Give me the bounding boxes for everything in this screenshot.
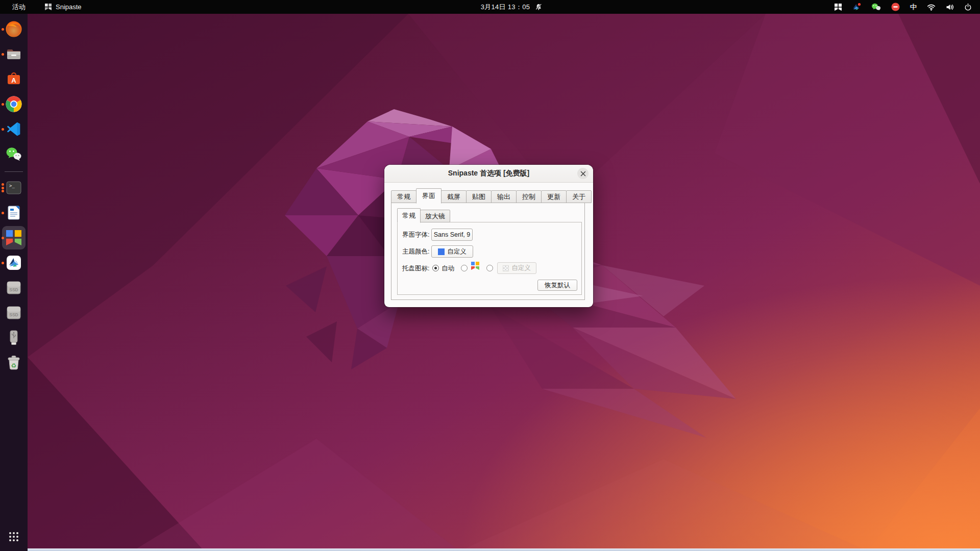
tab-update[interactable]: 更新	[541, 190, 567, 203]
dock-item-libreoffice-writer[interactable]	[0, 204, 28, 221]
files-icon	[5, 45, 22, 63]
chrome-icon	[5, 95, 22, 113]
interface-font-label: 界面字体:	[402, 230, 429, 239]
tray-icon-custom-radio[interactable]	[486, 265, 493, 271]
clock-label: 3月14日 13：05	[481, 3, 530, 12]
ssd-drive-icon: SSD	[5, 279, 22, 296]
transparent-swatch	[503, 265, 509, 271]
snipaste-tray-icon[interactable]	[835, 4, 842, 11]
dialog-tab-bar: 常规 界面 截屏 贴图 输出 控制 更新 关于	[391, 188, 592, 203]
tab-control[interactable]: 控制	[516, 190, 542, 203]
interface-font-value: Sans Serif, 9	[434, 231, 471, 238]
usb-drive-icon	[5, 329, 22, 346]
close-button[interactable]	[577, 168, 589, 179]
vscode-icon	[6, 121, 22, 137]
svg-text:>_: >_	[9, 183, 15, 188]
theme-color-button-label: 自定义	[447, 247, 467, 256]
show-applications-button[interactable]	[0, 525, 28, 548]
do-not-disturb-icon[interactable]	[891, 3, 900, 11]
dock-item-wechat[interactable]	[0, 145, 28, 163]
dock-item-ssd-drive-1[interactable]: SSD	[0, 279, 28, 296]
interface-font-button[interactable]: Sans Serif, 9	[431, 229, 473, 241]
theme-color-button[interactable]: 自定义	[431, 245, 473, 258]
svg-text:A: A	[11, 77, 16, 84]
svg-text:SSD: SSD	[9, 287, 18, 292]
wallpaper-bottom-strip	[28, 548, 980, 551]
libreoffice-writer-icon	[5, 204, 22, 221]
dock-item-bird-app[interactable]	[0, 254, 28, 271]
tab-pane-interface: 常规 放大镜 界面字体: Sans Serif, 9 主题颜色: 自定义 托盘图…	[391, 203, 585, 300]
wechat-tray-icon[interactable]	[871, 3, 881, 11]
ssd-drive-icon: SSD	[5, 304, 22, 321]
dock-item-trash[interactable]: ♻	[0, 354, 28, 371]
app-grid-icon	[8, 531, 19, 542]
volume-icon[interactable]	[946, 4, 954, 11]
tray-icon-custom-button-label: 自定义	[511, 264, 531, 272]
ubuntu-software-icon: A	[5, 70, 22, 88]
power-icon[interactable]	[964, 3, 972, 11]
tab-screenshot[interactable]: 截屏	[441, 190, 467, 203]
interface-subtab-bar: 常规 放大镜	[397, 207, 450, 222]
tab-paste[interactable]: 贴图	[466, 190, 492, 203]
top-bar: 活动 Snipaste 3月14日 13：05	[0, 0, 980, 14]
dock-item-firefox[interactable]	[0, 20, 28, 38]
dock-item-usb-drive[interactable]	[0, 329, 28, 346]
svg-text:SSD: SSD	[9, 312, 18, 317]
tray-icon-custom-button[interactable]: 自定义	[497, 262, 536, 274]
tab-general[interactable]: 常规	[391, 190, 416, 203]
dock-item-files[interactable]	[0, 45, 28, 63]
wechat-icon	[5, 145, 22, 163]
restore-defaults-label: 恢复默认	[545, 281, 570, 290]
snipaste-icon	[6, 230, 21, 245]
terminal-icon: >_	[5, 179, 22, 196]
dialog-titlebar[interactable]: Snipaste 首选项 [免费版]	[384, 165, 593, 183]
bird-app-icon	[5, 254, 22, 271]
theme-color-label: 主题颜色:	[402, 247, 429, 256]
bird-app-tray-icon[interactable]	[852, 3, 861, 11]
trash-icon: ♻	[5, 354, 22, 371]
snipaste-app-icon	[45, 4, 52, 10]
dock-item-ubuntu-software[interactable]: A	[0, 70, 28, 88]
tray-icon-color-radio[interactable]	[461, 265, 468, 271]
dock-item-chrome[interactable]	[0, 95, 28, 113]
dock-item-terminal[interactable]: >_	[0, 179, 28, 196]
tray-icon-auto-label: 自动	[442, 264, 454, 273]
snipaste-color-pin-icon	[471, 262, 479, 271]
tray-icon-auto-radio[interactable]	[432, 265, 439, 271]
tray-icon-label: 托盘图标:	[402, 264, 429, 273]
input-method-indicator[interactable]: 中	[910, 3, 917, 12]
dock: A	[0, 14, 28, 551]
focused-app-name: Snipaste	[56, 3, 82, 11]
wifi-icon[interactable]	[927, 4, 936, 11]
snipaste-preferences-window: Snipaste 首选项 [免费版] 常规 界面 截屏 贴图 输出 控制 更新 …	[384, 165, 593, 307]
firefox-icon	[5, 20, 22, 38]
activities-button[interactable]: 活动	[8, 2, 30, 13]
focused-app-menu[interactable]: Snipaste	[45, 3, 82, 11]
dock-separator	[5, 171, 23, 172]
close-icon	[580, 171, 586, 177]
tab-interface[interactable]: 界面	[416, 188, 442, 204]
dialog-title: Snipaste 首选项 [免费版]	[448, 169, 529, 178]
interface-general-group: 界面字体: Sans Serif, 9 主题颜色: 自定义 托盘图标: 自动	[397, 222, 582, 295]
subtab-general[interactable]: 常规	[397, 208, 421, 223]
restore-defaults-button[interactable]: 恢复默认	[537, 280, 577, 291]
theme-color-swatch	[438, 248, 445, 255]
bell-muted-icon	[534, 3, 542, 11]
dock-item-ssd-drive-2[interactable]: SSD	[0, 304, 28, 321]
desktop: 活动 Snipaste 3月14日 13：05	[0, 0, 980, 551]
dock-item-snipaste[interactable]	[0, 229, 28, 246]
dock-item-vscode[interactable]	[0, 120, 28, 138]
svg-text:♻: ♻	[11, 362, 17, 369]
tab-output[interactable]: 输出	[491, 190, 517, 203]
clock-menu[interactable]: 3月14日 13：05	[481, 3, 543, 12]
tab-about[interactable]: 关于	[566, 190, 592, 203]
subtab-magnifier[interactable]: 放大镜	[420, 210, 450, 222]
